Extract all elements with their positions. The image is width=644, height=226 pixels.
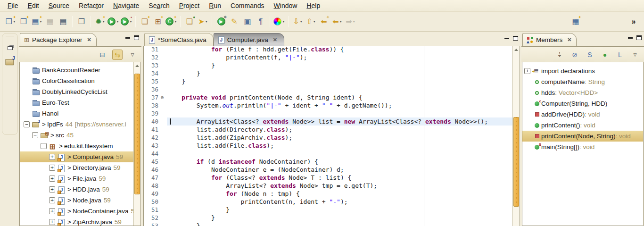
expander-icon[interactable]: + [524,68,530,74]
menu-item-edit[interactable]: Edit [23,0,44,11]
tab-members[interactable]: Members ✕ [522,33,577,46]
code-line-36[interactable]: 36 [144,85,520,93]
open-type-button[interactable]: ❏● [183,16,196,28]
scroll-up-icon[interactable] [135,65,139,67]
menu-item-search[interactable]: Search [144,0,174,11]
tree-item-hanoi[interactable]: Hanoi [20,108,133,119]
hide-local-types-button[interactable]: L [615,50,625,60]
close-icon[interactable]: ✕ [567,37,571,43]
code-line-47[interactable]: 47 for (Class<? extends Node> T : list) … [144,174,520,182]
last-edit-location-button[interactable]: ⬅✳ [318,16,330,28]
highlight-marker-button[interactable]: ✎ [228,16,240,28]
code-line-41[interactable]: 41 list.add(Directory.class); [144,126,520,134]
collapse-all-button[interactable]: ⊟ [97,50,107,60]
code-line-body[interactable]: } [167,77,520,85]
menu-item-commands[interactable]: Commands [226,0,269,11]
show-whitespace-button[interactable]: ¶ [255,16,267,28]
expander-icon[interactable]: + [49,208,55,214]
editor-tab--someclass-java[interactable]: *SomeClass.java [144,33,214,46]
menu-item-navigate[interactable]: Navigate [108,0,144,11]
code-line-body[interactable]: NodeContainer e = (NodeContainer) d; [167,166,520,174]
editor-scrollbar[interactable] [512,46,520,226]
previous-annotation-button[interactable]: ⇧▾ [305,16,317,28]
view-menu-button[interactable]: ▽ [127,50,138,60]
print-button[interactable]: ▤ [57,16,69,28]
code-line-49[interactable]: 49 for (Node n : tmp) { [144,190,520,198]
code-line-body[interactable]: list.add(ZipArchiv.class); [167,134,520,142]
code-line-body[interactable]: list.add(Directory.class); [167,126,520,134]
code-line-50[interactable]: 50 printContent(n, ident + "-"); [144,198,520,206]
code-line-44[interactable]: 44 [144,150,520,158]
fold-marker[interactable]: ⊖ [161,95,167,100]
code-line-body[interactable]: printContent(n, ident + "-"); [167,198,520,206]
hide-fields-button[interactable]: ⊘ [570,50,580,60]
tree-item-node-java[interactable]: +>Node.java59 [20,195,133,206]
code-line-39[interactable]: 39 [144,109,520,117]
toolbar-overflow-button[interactable]: » [627,16,640,28]
open-perspective-button[interactable] [4,56,16,67]
tree-item-edu-kit-filesystem[interactable]: −>edu.kit.filesystem [20,141,133,151]
code-line-32[interactable]: 32 printContent(f, "|-"); [144,53,520,61]
scrollbar-thumb[interactable] [513,117,519,207]
sort-button[interactable]: ⇣ [554,50,565,60]
new-java-project-button[interactable]: ❏✦ [139,16,151,28]
menu-item-project[interactable]: Project [174,0,205,11]
expander-icon[interactable]: + [49,165,55,171]
editor-tab-computer-java[interactable]: Computer.java✕ [214,33,284,46]
maximize-icon[interactable] [134,35,139,40]
member-import-declarations[interactable]: +import declarations [522,66,643,76]
code-line-body[interactable]: ArrayList<? extends Node> tmp = e.get(T)… [167,182,520,190]
member-main-string-[interactable]: Smain(String[]) : void [522,142,643,152]
code-line-52[interactable]: 52 } [144,214,520,222]
duplicate-view-button[interactable]: ❐ [75,16,88,28]
scrollbar-thumb[interactable] [134,74,140,194]
code-line-51[interactable]: 51 } [144,206,520,214]
menu-item-window[interactable]: Window [269,0,302,11]
expander-icon[interactable]: + [49,219,55,225]
code-line-body[interactable] [167,109,520,117]
expander-icon[interactable]: − [32,132,38,138]
tree-item-directory-java[interactable]: +>Directory.java59 [20,162,133,173]
link-with-editor-button[interactable]: ⇆ [112,50,123,60]
tree-item-src[interactable]: −>src45 [20,130,133,141]
code-line-body[interactable]: } [167,206,520,214]
code-line-45[interactable]: 45 if (d instanceof NodeContainer) { [144,158,520,166]
minimize-icon[interactable] [125,36,130,39]
new-wizard-button[interactable]: ❒✦▾ [4,16,17,28]
code-line-46[interactable]: 46 NodeContainer e = (NodeContainer) d; [144,166,520,174]
code-line-53[interactable]: 53 } [144,222,520,226]
member-computername[interactable]: computerName : String [522,76,643,87]
new-view-button[interactable]: ▤✦▾ [31,16,43,28]
tree-item-doublylinkedcycliclist[interactable]: DoublyLinkedCyclicList [20,86,133,97]
expander-icon[interactable]: − [24,121,30,127]
run-last-tool-button[interactable]: ▶✱ [215,16,227,28]
member-printcontent-[interactable]: printContent() : void [522,120,643,131]
new-window-button[interactable]: ❒✦ [17,16,30,28]
drag-handle[interactable] [6,36,14,37]
menu-item-file[interactable]: File [3,0,23,11]
run-button[interactable]: ▶▾ [107,16,119,28]
menu-item-refactor[interactable]: Refactor [74,0,108,11]
member-hdds[interactable]: hdds : Vector<HDD> [522,87,643,98]
tree-item-nodecontainer-java[interactable]: +>NodeContainer.java59 [20,206,133,217]
new-table-button[interactable]: ▦✦ [570,16,582,28]
code-line-body[interactable]: ArrayList<Class<? extends Node>> list = … [167,117,520,126]
minimize-icon[interactable] [504,37,509,39]
code-line-body[interactable]: for (Node n : tmp) { [167,190,520,198]
code-area[interactable]: 31 for (File f : hdd.get(File.class)) {3… [144,46,520,226]
minimize-icon[interactable] [628,36,633,39]
next-annotation-button[interactable]: ⇩▾ [291,16,304,28]
code-line-body[interactable]: } [167,222,520,226]
new-class-button[interactable]: C✦▾ [165,16,177,28]
code-line-body[interactable]: } [167,69,520,77]
code-line-body[interactable]: } [167,214,520,222]
code-line-body[interactable]: for (File f : hdd.get(File.class)) { [167,46,520,53]
code-line-body[interactable]: if (d instanceof NodeContainer) { [167,158,520,166]
maximize-icon[interactable] [636,35,642,40]
code-line-31[interactable]: 31 for (File f : hdd.get(File.class)) { [144,46,520,53]
search-button[interactable]: ➤▾ [197,16,209,28]
tree-item-colorclassification[interactable]: ColorClassification [20,75,133,86]
code-line-body[interactable]: private void printContent(Node d, String… [167,93,520,101]
code-line-33[interactable]: 33 } [144,61,520,69]
show-selected-element-button[interactable]: ▣ [241,16,254,28]
